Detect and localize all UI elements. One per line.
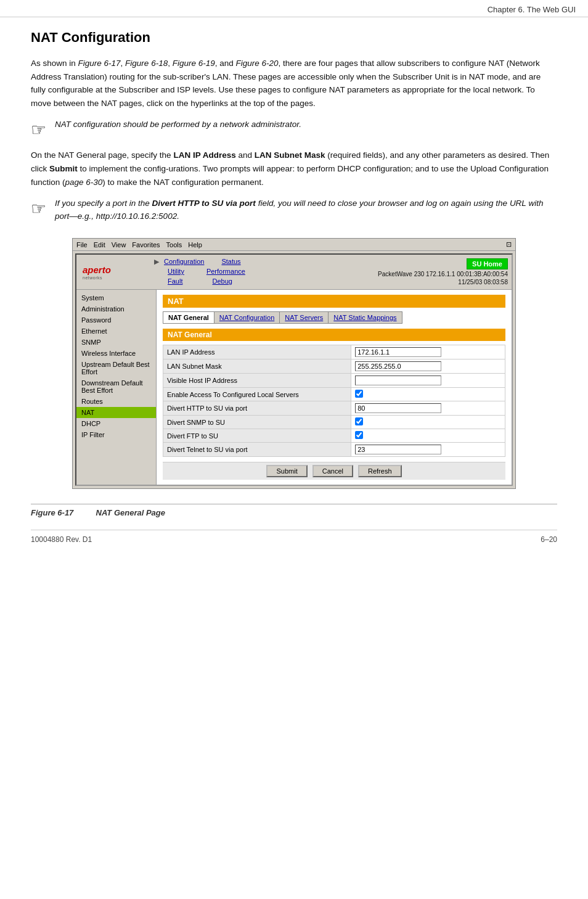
- su-home-button[interactable]: SU Home: [467, 258, 508, 269]
- divert-telnet-input[interactable]: [355, 445, 441, 454]
- nav-tab-debug[interactable]: Debug: [210, 277, 234, 285]
- sidebar-item-snmp[interactable]: SNMP: [76, 337, 156, 348]
- figure-title: NAT General Page: [96, 508, 165, 517]
- menu-help[interactable]: Help: [188, 241, 202, 248]
- table-row: Divert HTTP to SU via port: [163, 401, 505, 416]
- sidebar-item-routes[interactable]: Routes: [76, 396, 156, 407]
- figure-label: Figure 6-17: [31, 508, 73, 517]
- sidebar-item-administration[interactable]: Administration: [76, 303, 156, 314]
- form-table: LAN IP Address LAN Subnet Mask: [163, 345, 505, 457]
- divert-ftp-checkbox[interactable]: [355, 431, 363, 439]
- field-value-divert-snmp: [351, 416, 505, 429]
- sidebar-item-nat[interactable]: NAT: [76, 407, 156, 418]
- nav-bar: aperto networks ▶ Configuration Status U…: [76, 255, 512, 289]
- note-icon-1: ☞: [31, 120, 46, 140]
- subnet-mask-input[interactable]: [355, 361, 441, 371]
- main-panel: NAT NAT General NAT Configuration NAT Se…: [157, 290, 512, 485]
- nav-right: SU Home PacketWave 230 172.16.1.1 00:01:…: [378, 258, 508, 285]
- table-row: Divert FTP to SU: [163, 429, 505, 443]
- field-label-visible-host: Visible Host IP Address: [163, 374, 351, 388]
- field-value-lan-ip: [351, 345, 505, 359]
- app-logo-sub: networks: [83, 276, 142, 280]
- menu-edit[interactable]: Edit: [94, 241, 105, 248]
- cancel-button[interactable]: Cancel: [312, 465, 353, 477]
- field-label-divert-snmp: Divert SNMP to SU: [163, 416, 351, 429]
- field-label-lan-ip: LAN IP Address: [163, 345, 351, 359]
- table-row: Divert SNMP to SU: [163, 416, 505, 429]
- menu-tools[interactable]: Tools: [166, 241, 182, 248]
- nav-tab-fault[interactable]: Fault: [165, 277, 185, 285]
- note-box-2: ☞ If you specify a port in the Divert HT…: [31, 197, 557, 223]
- device-info-line1: PacketWave 230 172.16.1.1 00:01:3B:A0:00…: [378, 271, 508, 277]
- visible-host-input[interactable]: [355, 376, 441, 385]
- nav-row-3: Fault Debug: [154, 277, 248, 285]
- table-row: LAN Subnet Mask: [163, 359, 505, 374]
- table-row: LAN IP Address: [163, 345, 505, 359]
- refresh-button[interactable]: Refresh: [358, 465, 402, 477]
- app-logo: aperto networks: [80, 258, 142, 285]
- field-value-subnet: [351, 359, 505, 374]
- content-area: System Administration Password Ethernet …: [76, 289, 512, 485]
- button-row: Submit Cancel Refresh: [163, 462, 505, 480]
- field-label-enable-access: Enable Access To Configured Local Server…: [163, 388, 351, 401]
- tab-row: NAT General NAT Configuration NAT Server…: [163, 311, 402, 324]
- page-footer: 10004880 Rev. D1 6–20: [31, 530, 557, 549]
- footer-right: 6–20: [541, 535, 557, 544]
- browser-controls: ⊡: [506, 240, 512, 248]
- enable-access-checkbox[interactable]: [355, 390, 363, 398]
- page-header: Chapter 6. The Web GUI: [0, 0, 588, 17]
- sidebar-item-password[interactable]: Password: [76, 314, 156, 326]
- form-section-title: NAT General: [163, 329, 505, 341]
- divert-snmp-checkbox[interactable]: [355, 417, 363, 425]
- note-text-1: NAT configuration should be performed by…: [55, 118, 301, 131]
- tab-nat-servers[interactable]: NAT Servers: [280, 312, 329, 323]
- app-logo-text: aperto: [83, 265, 142, 276]
- chapter-label: Chapter 6. The Web GUI: [488, 5, 576, 14]
- field-label-divert-telnet: Divert Telnet to SU via port: [163, 443, 351, 457]
- table-row: Visible Host IP Address: [163, 374, 505, 388]
- note-box-1: ☞ NAT configuration should be performed …: [31, 118, 557, 140]
- intro-paragraph: As shown in Figure 6-17, Figure 6-18, Fi…: [31, 57, 557, 110]
- lan-ip-input[interactable]: [355, 347, 441, 357]
- section-title: NAT Configuration: [31, 30, 557, 46]
- sidebar: System Administration Password Ethernet …: [76, 290, 157, 485]
- field-value-enable-access: [351, 388, 505, 401]
- divert-http-input[interactable]: [355, 403, 441, 413]
- figure-caption: Figure 6-17 NAT General Page: [31, 504, 557, 517]
- device-info-line2: 11/25/03 08:03:58: [458, 279, 508, 285]
- menu-view[interactable]: View: [112, 241, 126, 248]
- sidebar-item-downstream[interactable]: Downstream Default Best Effort: [76, 377, 156, 396]
- nav-row-2: Utility Performance: [154, 267, 248, 276]
- sidebar-item-system[interactable]: System: [76, 292, 156, 303]
- tab-nat-general[interactable]: NAT General: [163, 312, 214, 323]
- nav-tab-status[interactable]: Status: [219, 257, 243, 266]
- nat-header: NAT: [163, 295, 505, 308]
- menu-file[interactable]: File: [76, 241, 88, 248]
- resize-icon: ⊡: [506, 240, 512, 248]
- field-label-subnet: LAN Subnet Mask: [163, 359, 351, 374]
- sidebar-item-wireless[interactable]: Wireless Interface: [76, 348, 156, 359]
- table-row: Enable Access To Configured Local Server…: [163, 388, 505, 401]
- app-frame: aperto networks ▶ Configuration Status U…: [75, 253, 513, 486]
- nav-tab-utility[interactable]: Utility: [165, 267, 187, 276]
- sidebar-item-ipfilter[interactable]: IP Filter: [76, 429, 156, 440]
- body-paragraph-2: On the NAT General page, specify the LAN…: [31, 149, 557, 189]
- note-text-2: If you specify a port in the Divert HTTP…: [55, 197, 557, 223]
- table-row: Divert Telnet to SU via port: [163, 443, 505, 457]
- field-label-divert-http: Divert HTTP to SU via port: [163, 401, 351, 416]
- field-value-divert-telnet: [351, 443, 505, 457]
- sidebar-item-dhcp[interactable]: DHCP: [76, 418, 156, 429]
- tab-nat-static-mappings[interactable]: NAT Static Mappings: [329, 312, 401, 323]
- note-icon-2: ☞: [31, 199, 46, 219]
- field-value-visible-host: [351, 374, 505, 388]
- nav-row-1: ▶ Configuration Status: [154, 257, 248, 266]
- sidebar-item-upstream[interactable]: Upstream Default Best Effort: [76, 359, 156, 377]
- menu-favorites[interactable]: Favorites: [132, 241, 160, 248]
- submit-button[interactable]: Submit: [266, 465, 307, 477]
- sidebar-item-ethernet[interactable]: Ethernet: [76, 326, 156, 337]
- nav-tab-configuration[interactable]: Configuration: [161, 257, 206, 266]
- nav-arrow: ▶: [154, 258, 159, 266]
- nav-tab-performance[interactable]: Performance: [204, 267, 248, 276]
- screenshot: File Edit View Favorites Tools Help ⊡ ap…: [72, 238, 516, 489]
- tab-nat-configuration[interactable]: NAT Configuration: [214, 312, 280, 323]
